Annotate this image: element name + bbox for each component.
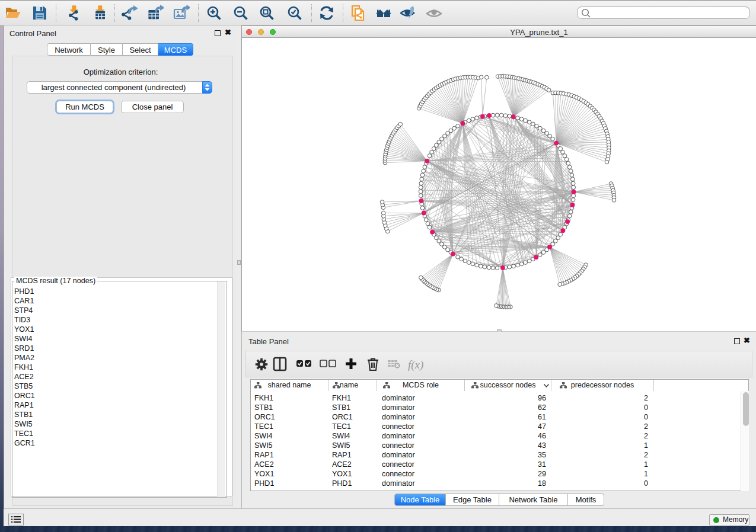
svg-text:f(x): f(x) (408, 358, 423, 371)
